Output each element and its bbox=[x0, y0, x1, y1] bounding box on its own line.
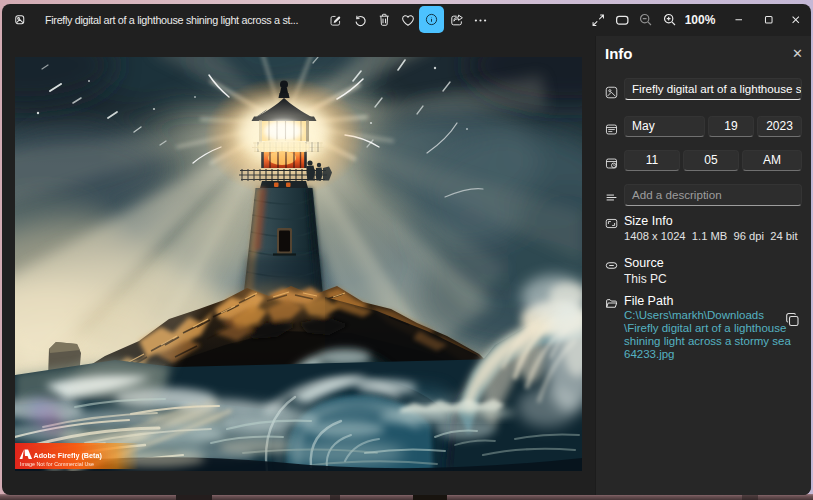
svg-text:Image Not for Commercial Use: Image Not for Commercial Use bbox=[20, 461, 94, 467]
svg-text:Adobe Firefly (Beta): Adobe Firefly (Beta) bbox=[34, 451, 103, 460]
